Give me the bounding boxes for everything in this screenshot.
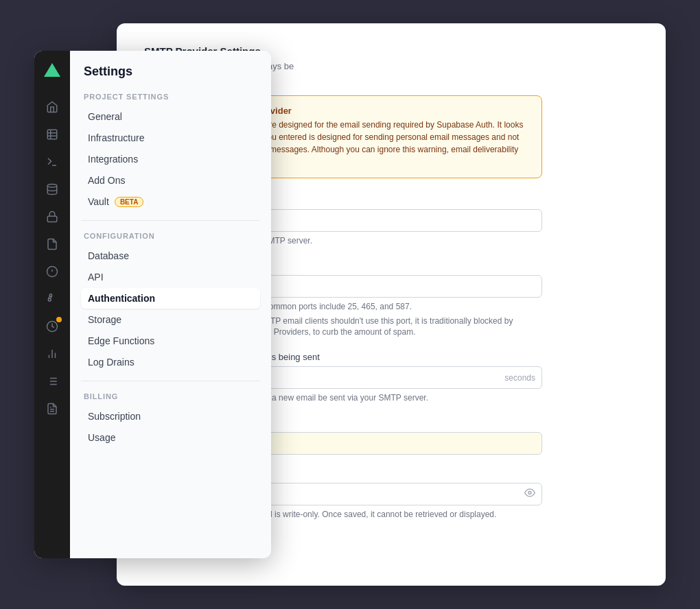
svg-point-0 [528, 492, 531, 494]
toggle-password-icon[interactable] [524, 488, 535, 501]
sidebar-divider-1 [81, 220, 260, 221]
nav-eye-icon[interactable] [40, 259, 65, 284]
sidebar-item-database[interactable]: Database [81, 246, 260, 266]
sidebar-item-log-drains[interactable]: Log Drains [81, 352, 260, 372]
sidebar-title: Settings [81, 64, 260, 79]
sidebar-item-edge-functions[interactable]: Edge Functions [81, 331, 260, 351]
interval-suffix: seconds [504, 373, 535, 383]
svg-point-6 [47, 184, 57, 188]
nav-reports-icon[interactable] [40, 314, 65, 339]
sidebar-divider-2 [81, 381, 260, 381]
billing-label: BILLING [81, 392, 260, 401]
notification-badge [56, 317, 62, 322]
nav-table-icon[interactable] [40, 122, 65, 147]
nav-storage-icon[interactable] [40, 232, 65, 256]
configuration-label: CONFIGURATION [81, 232, 260, 240]
sidebar-item-subscription[interactable]: Subscription [81, 406, 260, 427]
nav-chart-icon[interactable] [40, 342, 65, 366]
nav-logs-icon[interactable] [40, 369, 65, 394]
sidebar-item-api[interactable]: API [81, 267, 260, 287]
sidebar-item-vault[interactable]: Vault BETA [81, 191, 260, 212]
sidebar-item-usage[interactable]: Usage [81, 427, 260, 448]
nav-home-icon[interactable] [40, 95, 65, 119]
settings-sidebar-panel: Settings PROJECT SETTINGS General Infras… [34, 51, 271, 558]
sidebar-item-storage[interactable]: Storage [81, 309, 260, 330]
vault-beta-badge: BETA [115, 197, 143, 207]
app-logo[interactable] [43, 62, 62, 81]
svg-rect-7 [47, 216, 57, 222]
nav-database-icon[interactable] [40, 177, 65, 202]
icon-rail [34, 51, 70, 558]
sidebar-item-infrastructure[interactable]: Infrastructure [81, 128, 260, 148]
project-settings-label: PROJECT SETTINGS [81, 93, 260, 101]
svg-rect-1 [47, 130, 57, 139]
nav-docs-icon[interactable] [40, 396, 65, 421]
sidebar-item-integrations[interactable]: Integrations [81, 149, 260, 169]
sidebar-item-authentication[interactable]: Authentication [81, 288, 260, 309]
nav-terminal-icon[interactable] [40, 150, 65, 174]
nav-auth-icon[interactable] [40, 204, 65, 229]
sidebar-item-addons[interactable]: Add Ons [81, 170, 260, 191]
sidebar-nav: Settings PROJECT SETTINGS General Infras… [70, 51, 271, 558]
nav-functions-icon[interactable] [40, 287, 65, 311]
sidebar-item-general[interactable]: General [81, 106, 260, 127]
